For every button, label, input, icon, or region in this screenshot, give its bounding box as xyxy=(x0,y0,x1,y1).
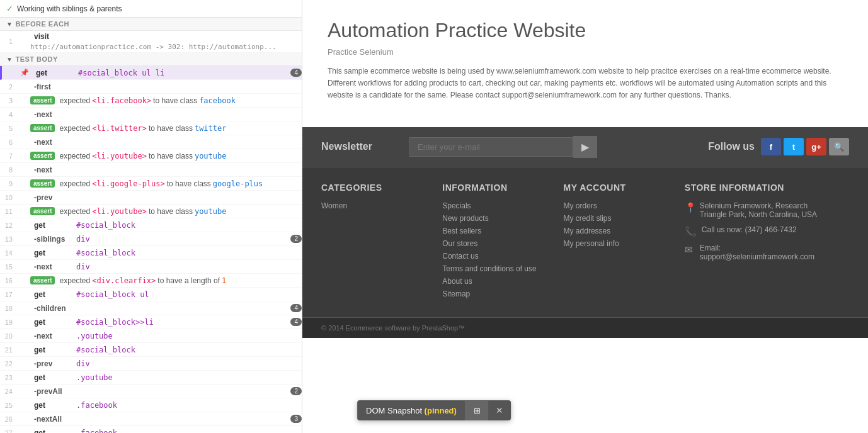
working-header-text: Working with siblings & parents xyxy=(17,4,122,13)
site-title: Automation Practice Website xyxy=(328,19,843,42)
newsletter-bar: Newsletter ▶ Follow us f t g+ 🔍 xyxy=(302,127,868,167)
footer-link-sitemap[interactable]: Sitemap xyxy=(442,290,551,298)
arrow-icon2: ▼ xyxy=(6,56,13,63)
code-line-20[interactable]: 20 -next .youtube xyxy=(0,329,302,343)
code-line-21[interactable]: 21 get #social_block xyxy=(0,343,302,357)
phone-icon: 📞 xyxy=(685,226,697,237)
code-line-16[interactable]: 16 assert expected <div.clearfix> to hav… xyxy=(0,274,302,288)
newsletter-input-wrap: ▶ xyxy=(409,136,661,158)
store-phone-row: 📞 Call us now: (347) 466-7432 xyxy=(685,225,837,237)
store-phone: Call us now: (347) 466-7432 xyxy=(702,225,797,234)
footer-link-our-stores[interactable]: Our stores xyxy=(442,239,551,248)
footer-my-account-title: My account xyxy=(564,183,672,193)
follow-us-wrap: Follow us f t g+ 🔍 xyxy=(708,138,849,155)
social-icons: f t g+ 🔍 xyxy=(761,138,849,155)
code-line-23[interactable]: 23 get .youtube xyxy=(0,371,302,385)
test-body-section: ▼ TEST BODY xyxy=(0,53,302,66)
code-line-7[interactable]: 7 assert expected <li.youtube> to have c… xyxy=(0,149,302,163)
footer-link-my-personal-info[interactable]: My personal info xyxy=(564,239,672,248)
newsletter-label: Newsletter xyxy=(321,141,397,152)
arrow-icon: ▼ xyxy=(6,21,13,28)
code-line-14[interactable]: 14 get #social_block xyxy=(0,246,302,260)
footer-link-about-us[interactable]: About us xyxy=(442,277,551,286)
newsletter-submit-button[interactable]: ▶ xyxy=(573,136,597,158)
footer-categories-col: Categories Women xyxy=(321,183,442,302)
dom-snapshot-bar: DOM Snapshot (pinned) ⊞ ✕ xyxy=(357,400,511,420)
code-line-27[interactable]: 27 get .facebook xyxy=(0,426,302,433)
footer-link-my-orders[interactable]: My orders xyxy=(564,201,672,210)
footer-link-contact-us[interactable]: Contact us xyxy=(442,252,551,261)
store-email-row: ✉ Email: support@seleniumframework.com xyxy=(685,244,837,261)
left-panel: ✓ Working with siblings & parents ▼ BEFO… xyxy=(0,0,302,433)
site-description: This sample ecommerce website is being u… xyxy=(328,65,843,102)
footer-link-my-addresses[interactable]: My addresses xyxy=(564,227,672,235)
code-line-12[interactable]: 12 get #social_block xyxy=(0,218,302,232)
code-line-13[interactable]: 13 -siblings div 2 xyxy=(0,232,302,246)
code-line-15[interactable]: 15 -next div xyxy=(0,260,302,274)
code-line-5[interactable]: 5 assert expected <li.twitter> to have c… xyxy=(0,121,302,135)
code-line-6[interactable]: 6 -next xyxy=(0,135,302,149)
footer-store-info-title: Store information xyxy=(685,183,837,193)
footer-link-best-sellers[interactable]: Best sellers xyxy=(442,227,551,235)
footer-categories-title: Categories xyxy=(321,183,430,193)
footer-information-col: Information Specials New products Best s… xyxy=(442,183,563,302)
code-line-18[interactable]: 18 -children 4 xyxy=(0,301,302,315)
facebook-social-icon[interactable]: f xyxy=(761,138,781,155)
check-icon: ✓ xyxy=(6,4,13,13)
right-panel: Automation Practice Website Practice Sel… xyxy=(302,0,868,433)
working-header: ✓ Working with siblings & parents xyxy=(0,0,302,18)
footer: Newsletter ▶ Follow us f t g+ 🔍 Categori… xyxy=(302,127,868,338)
store-email-link[interactable]: support@seleniumframework.com xyxy=(700,252,814,261)
code-line-19[interactable]: 19 get #social_block>>li 4 xyxy=(0,315,302,329)
footer-link-my-credit-slips[interactable]: My credit slips xyxy=(564,214,672,223)
code-line-3[interactable]: 3 assert expected <li.facebook> to have … xyxy=(0,94,302,108)
code-line-pinned[interactable]: 📌 get #social_block ul li 4 xyxy=(0,66,302,80)
footer-link-women[interactable]: Women xyxy=(321,201,430,210)
code-line-2[interactable]: 2 -first xyxy=(0,80,302,94)
code-line-4[interactable]: 4 -next xyxy=(0,108,302,121)
dom-snapshot-pinned: (pinned) xyxy=(425,406,457,415)
code-line-10[interactable]: 10 -prev xyxy=(0,191,302,205)
gplus-social-icon[interactable]: g+ xyxy=(806,138,826,155)
code-line-22[interactable]: 22 -prev div xyxy=(0,357,302,371)
before-each-section: ▼ BEFORE EACH xyxy=(0,18,302,31)
code-line-9[interactable]: 9 assert expected <li.google-plus> to ha… xyxy=(0,177,302,191)
store-address-row: 📍 Selenium Framework, Research Triangle … xyxy=(685,201,837,219)
code-line-25[interactable]: 25 get .facebook xyxy=(0,398,302,412)
footer-my-account-col: My account My orders My credit slips My … xyxy=(564,183,685,302)
email-icon: ✉ xyxy=(685,244,695,256)
footer-columns: Categories Women Information Specials Ne… xyxy=(302,167,868,317)
footer-store-info-col: Store information 📍 Selenium Framework, … xyxy=(685,183,849,302)
code-line-11[interactable]: 11 assert expected <li.youtube> to have … xyxy=(0,205,302,218)
footer-copyright: © 2014 Ecommerce software by PrestaShop™ xyxy=(302,317,868,338)
copyright-text: © 2014 Ecommerce software by PrestaShop™ xyxy=(321,324,465,332)
footer-link-new-products[interactable]: New products xyxy=(442,214,551,223)
newsletter-input[interactable] xyxy=(409,137,573,157)
twitter-social-icon[interactable]: t xyxy=(784,138,804,155)
follow-us-label: Follow us xyxy=(708,141,755,152)
location-icon: 📍 xyxy=(685,202,695,213)
footer-link-terms[interactable]: Terms and conditions of use xyxy=(442,264,551,273)
main-content: Automation Practice Website Practice Sel… xyxy=(302,0,868,127)
dom-snapshot-expand-button[interactable]: ⊞ xyxy=(465,401,488,420)
dom-snapshot-close-button[interactable]: ✕ xyxy=(488,400,511,420)
site-subtitle: Practice Selenium xyxy=(328,47,843,57)
code-line-24[interactable]: 24 -prevAll 2 xyxy=(0,385,302,398)
code-line-8[interactable]: 8 -next xyxy=(0,163,302,177)
code-line-17[interactable]: 17 get #social_block ul xyxy=(0,288,302,301)
footer-information-title: Information xyxy=(442,183,551,193)
search-social-icon[interactable]: 🔍 xyxy=(829,138,849,155)
dom-snapshot-label: DOM Snapshot (pinned) xyxy=(357,401,465,420)
store-address: Selenium Framework, Research Triangle Pa… xyxy=(700,201,837,219)
footer-link-specials[interactable]: Specials xyxy=(442,201,551,210)
store-email: Email: support@seleniumframework.com xyxy=(700,244,837,261)
code-line-26[interactable]: 26 -nextAll 3 xyxy=(0,412,302,426)
code-line-before-1[interactable]: 1 visit http://automationpractice.com ->… xyxy=(0,31,302,53)
